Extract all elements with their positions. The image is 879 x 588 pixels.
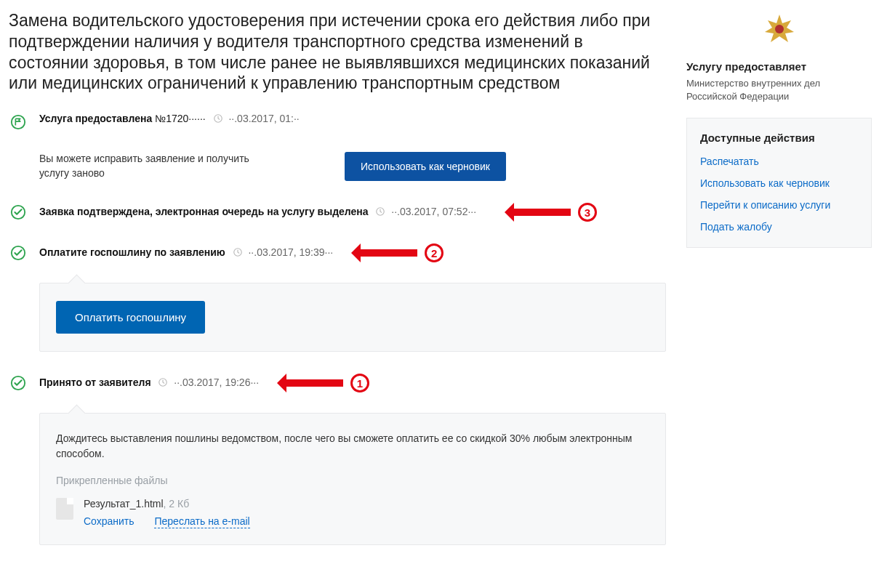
received-label: Принято от заявителя (39, 376, 151, 388)
provider-title: Услугу предоставляет (686, 60, 872, 73)
file-forward-link[interactable]: Переслать на e-mail (154, 515, 249, 528)
note-box: Вы можете исправить заявление и получить… (39, 152, 666, 181)
status-row-confirmed: Заявка подтверждена, электронная очередь… (9, 203, 666, 222)
confirmed-time: ··.03.2017, 07:52··· (391, 206, 476, 217)
use-as-draft-button[interactable]: Использовать как черновик (345, 152, 506, 181)
provider-name: Министерство внутренних дел Российской Ф… (686, 77, 872, 103)
check-icon (10, 245, 26, 261)
check-icon (10, 375, 26, 391)
action-description[interactable]: Перейти к описанию услуги (700, 199, 858, 211)
received-panel: Дождитесь выставления пошлины ведомством… (39, 413, 666, 545)
clock-icon (375, 206, 385, 217)
page-title: Замена водительского удостоверения при и… (9, 10, 666, 94)
actions-title: Доступные действия (700, 132, 858, 144)
action-print[interactable]: Распечатать (700, 156, 858, 167)
received-time: ··.03.2017, 19:26··· (174, 376, 259, 388)
pay-time: ··.03.2017, 19:39··· (248, 246, 333, 258)
check-icon (10, 204, 26, 220)
status-done-label: Услуга предоставлена (39, 113, 152, 124)
status-done-number: №1720······ (155, 113, 206, 124)
status-row-done: Услуга предоставлена №1720······ ··.03.2… (9, 113, 666, 130)
confirmed-label: Заявка подтверждена, электронная очередь… (39, 206, 369, 217)
annotation-arrow: 1 (281, 374, 369, 392)
clock-icon (213, 113, 223, 124)
attachments-label: Прикрепленные файлы (56, 475, 649, 486)
action-complaint[interactable]: Подать жалобу (700, 221, 858, 233)
emblem-icon (686, 10, 872, 50)
file-icon (56, 498, 73, 520)
annotation-arrow: 3 (508, 203, 597, 222)
file-name: Результат_1.html (84, 498, 164, 510)
annotation-badge-3: 3 (578, 203, 597, 222)
file-size: , 2 Кб (164, 498, 190, 510)
pay-panel: Оплатить госпошлину (39, 283, 666, 352)
file-save-link[interactable]: Сохранить (84, 515, 135, 527)
file-row: Результат_1.html, 2 Кб Сохранить Пересла… (56, 498, 649, 527)
note-text: Вы можете исправить заявление и получить… (39, 152, 265, 180)
svg-point-8 (775, 25, 784, 33)
status-done-time: ··.03.2017, 01:·· (228, 113, 299, 124)
annotation-badge-1: 1 (350, 374, 369, 392)
clock-icon (158, 377, 168, 387)
status-row-received: Принято от заявителя ··.03.2017, 19:26··… (9, 374, 666, 392)
pay-fee-button[interactable]: Оплатить госпошлину (56, 301, 205, 334)
status-row-pay: Оплатите госпошлину по заявлению ··.03.2… (9, 243, 666, 262)
annotation-arrow: 2 (355, 243, 443, 262)
clock-icon (233, 247, 243, 257)
annotation-badge-2: 2 (425, 243, 443, 262)
action-draft[interactable]: Использовать как черновик (700, 177, 858, 189)
received-panel-text: Дождитесь выставления пошлины ведомством… (56, 431, 649, 462)
pay-label: Оплатите госпошлину по заявлению (39, 246, 225, 258)
svg-point-0 (12, 116, 25, 129)
flag-icon (10, 114, 26, 130)
actions-box: Доступные действия Распечатать Использов… (686, 118, 872, 248)
